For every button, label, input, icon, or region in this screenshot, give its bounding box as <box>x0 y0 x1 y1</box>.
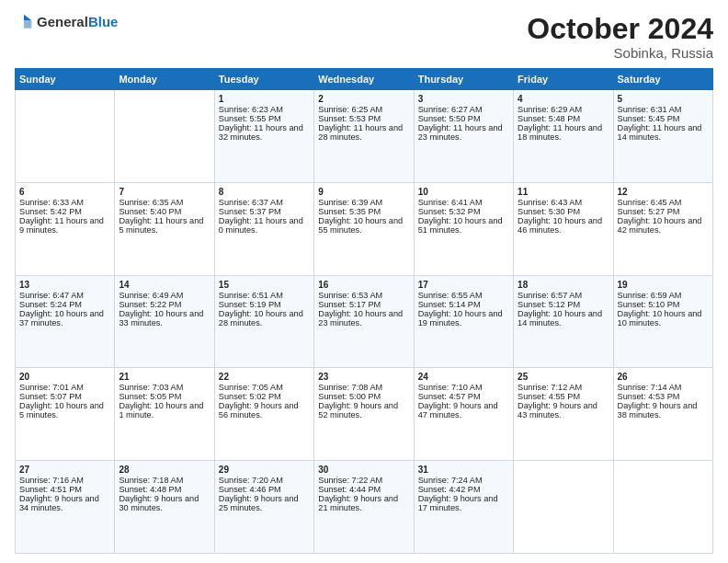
header-day: Monday <box>115 69 214 90</box>
calendar-cell: 24Sunrise: 7:10 AMSunset: 4:57 PMDayligh… <box>414 368 513 461</box>
daylight-text: Daylight: 11 hours and 18 minutes. <box>518 123 609 142</box>
calendar-cell: 1Sunrise: 6:23 AMSunset: 5:55 PMDaylight… <box>214 90 313 183</box>
header-day: Sunday <box>16 69 115 90</box>
calendar-cell: 31Sunrise: 7:24 AMSunset: 4:42 PMDayligh… <box>414 461 513 554</box>
day-number: 17 <box>418 280 509 290</box>
sunrise-text: Sunrise: 6:59 AM <box>618 291 709 300</box>
calendar-cell: 8Sunrise: 6:37 AMSunset: 5:37 PMDaylight… <box>214 182 313 275</box>
daylight-text: Daylight: 10 hours and 42 minutes. <box>618 216 709 235</box>
daylight-text: Daylight: 9 hours and 30 minutes. <box>119 494 210 512</box>
week-row: 1Sunrise: 6:23 AMSunset: 5:55 PMDaylight… <box>16 90 713 183</box>
sunset-text: Sunset: 5:55 PM <box>219 114 310 123</box>
calendar-cell: 16Sunrise: 6:53 AMSunset: 5:17 PMDayligh… <box>314 275 414 368</box>
calendar-cell: 29Sunrise: 7:20 AMSunset: 4:46 PMDayligh… <box>214 461 313 554</box>
daylight-text: Daylight: 10 hours and 28 minutes. <box>219 309 310 327</box>
sunset-text: Sunset: 4:44 PM <box>318 485 409 494</box>
sunrise-text: Sunrise: 6:41 AM <box>418 198 509 207</box>
day-number: 15 <box>219 280 310 290</box>
daylight-text: Daylight: 9 hours and 47 minutes. <box>418 401 509 419</box>
calendar-cell <box>514 461 613 554</box>
daylight-text: Daylight: 11 hours and 32 minutes. <box>219 123 310 142</box>
sunrise-text: Sunrise: 6:37 AM <box>219 198 310 207</box>
calendar-cell: 6Sunrise: 6:33 AMSunset: 5:42 PMDaylight… <box>16 182 115 275</box>
sunrise-text: Sunrise: 6:53 AM <box>318 291 409 300</box>
top-bar: GeneralBlue October 2024 Sobinka, Russia <box>15 13 713 61</box>
day-number: 23 <box>318 372 409 382</box>
daylight-text: Daylight: 10 hours and 5 minutes. <box>19 401 110 419</box>
sunrise-text: Sunrise: 7:14 AM <box>618 383 709 392</box>
day-number: 18 <box>518 280 609 290</box>
logo: GeneralBlue <box>15 13 118 31</box>
sunrise-text: Sunrise: 6:57 AM <box>518 291 609 300</box>
sunrise-text: Sunrise: 7:03 AM <box>119 383 210 392</box>
day-number: 14 <box>119 280 210 290</box>
sunrise-text: Sunrise: 6:25 AM <box>318 105 409 114</box>
calendar-cell: 11Sunrise: 6:43 AMSunset: 5:30 PMDayligh… <box>514 182 613 275</box>
calendar-cell: 10Sunrise: 6:41 AMSunset: 5:32 PMDayligh… <box>414 182 513 275</box>
sunset-text: Sunset: 5:00 PM <box>318 392 409 401</box>
sunset-text: Sunset: 4:46 PM <box>219 485 310 494</box>
sunrise-text: Sunrise: 6:23 AM <box>219 105 310 114</box>
calendar-cell <box>115 90 214 183</box>
calendar-cell: 3Sunrise: 6:27 AMSunset: 5:50 PMDaylight… <box>414 90 513 183</box>
day-number: 28 <box>119 465 210 475</box>
calendar-cell: 7Sunrise: 6:35 AMSunset: 5:40 PMDaylight… <box>115 182 214 275</box>
day-number: 31 <box>418 465 509 475</box>
sunrise-text: Sunrise: 6:31 AM <box>618 105 709 114</box>
sunset-text: Sunset: 5:07 PM <box>19 392 110 401</box>
daylight-text: Daylight: 9 hours and 52 minutes. <box>318 401 409 419</box>
sunrise-text: Sunrise: 7:01 AM <box>19 383 110 392</box>
calendar-cell: 30Sunrise: 7:22 AMSunset: 4:44 PMDayligh… <box>314 461 414 554</box>
sunset-text: Sunset: 5:12 PM <box>518 300 609 309</box>
calendar-table: SundayMondayTuesdayWednesdayThursdayFrid… <box>15 68 713 554</box>
calendar-cell: 26Sunrise: 7:14 AMSunset: 4:53 PMDayligh… <box>613 368 712 461</box>
calendar-cell: 9Sunrise: 6:39 AMSunset: 5:35 PMDaylight… <box>314 182 414 275</box>
day-number: 5 <box>618 94 709 104</box>
calendar-cell: 19Sunrise: 6:59 AMSunset: 5:10 PMDayligh… <box>613 275 712 368</box>
sunrise-text: Sunrise: 6:51 AM <box>219 291 310 300</box>
header-day: Friday <box>514 69 613 90</box>
calendar-cell: 15Sunrise: 6:51 AMSunset: 5:19 PMDayligh… <box>214 275 313 368</box>
day-number: 26 <box>618 372 709 382</box>
sunset-text: Sunset: 4:53 PM <box>618 392 709 401</box>
calendar-cell: 28Sunrise: 7:18 AMSunset: 4:48 PMDayligh… <box>115 461 214 554</box>
day-number: 20 <box>19 372 110 382</box>
sunset-text: Sunset: 5:45 PM <box>618 114 709 123</box>
daylight-text: Daylight: 11 hours and 9 minutes. <box>19 216 110 235</box>
sunrise-text: Sunrise: 6:49 AM <box>119 291 210 300</box>
sunset-text: Sunset: 5:50 PM <box>418 114 509 123</box>
sunrise-text: Sunrise: 6:47 AM <box>19 291 110 300</box>
daylight-text: Daylight: 10 hours and 33 minutes. <box>119 309 210 327</box>
sunset-text: Sunset: 4:42 PM <box>418 485 509 494</box>
daylight-text: Daylight: 11 hours and 14 minutes. <box>618 123 709 142</box>
day-number: 11 <box>518 187 609 197</box>
header-day: Wednesday <box>314 69 414 90</box>
sunrise-text: Sunrise: 6:35 AM <box>119 198 210 207</box>
sunrise-text: Sunrise: 7:05 AM <box>219 383 310 392</box>
daylight-text: Daylight: 10 hours and 51 minutes. <box>418 216 509 235</box>
day-number: 30 <box>318 465 409 475</box>
sunrise-text: Sunrise: 6:27 AM <box>418 105 509 114</box>
daylight-text: Daylight: 9 hours and 25 minutes. <box>219 494 310 512</box>
sunset-text: Sunset: 5:19 PM <box>219 300 310 309</box>
calendar-cell: 23Sunrise: 7:08 AMSunset: 5:00 PMDayligh… <box>314 368 414 461</box>
daylight-text: Daylight: 9 hours and 43 minutes. <box>518 401 609 419</box>
sunrise-text: Sunrise: 7:16 AM <box>19 476 110 485</box>
daylight-text: Daylight: 10 hours and 1 minute. <box>119 401 210 419</box>
day-number: 6 <box>19 187 110 197</box>
title-block: October 2024 Sobinka, Russia <box>527 13 713 61</box>
calendar-cell: 17Sunrise: 6:55 AMSunset: 5:14 PMDayligh… <box>414 275 513 368</box>
logo-icon <box>15 13 33 31</box>
sunset-text: Sunset: 5:14 PM <box>418 300 509 309</box>
daylight-text: Daylight: 11 hours and 23 minutes. <box>418 123 509 142</box>
sunset-text: Sunset: 5:37 PM <box>219 207 310 216</box>
day-number: 27 <box>19 465 110 475</box>
header-day: Tuesday <box>214 69 313 90</box>
daylight-text: Daylight: 10 hours and 10 minutes. <box>618 309 709 327</box>
daylight-text: Daylight: 10 hours and 55 minutes. <box>318 216 409 235</box>
sunrise-text: Sunrise: 6:55 AM <box>418 291 509 300</box>
daylight-text: Daylight: 10 hours and 14 minutes. <box>518 309 609 327</box>
week-row: 27Sunrise: 7:16 AMSunset: 4:51 PMDayligh… <box>16 461 713 554</box>
day-number: 12 <box>618 187 709 197</box>
calendar-cell: 27Sunrise: 7:16 AMSunset: 4:51 PMDayligh… <box>16 461 115 554</box>
